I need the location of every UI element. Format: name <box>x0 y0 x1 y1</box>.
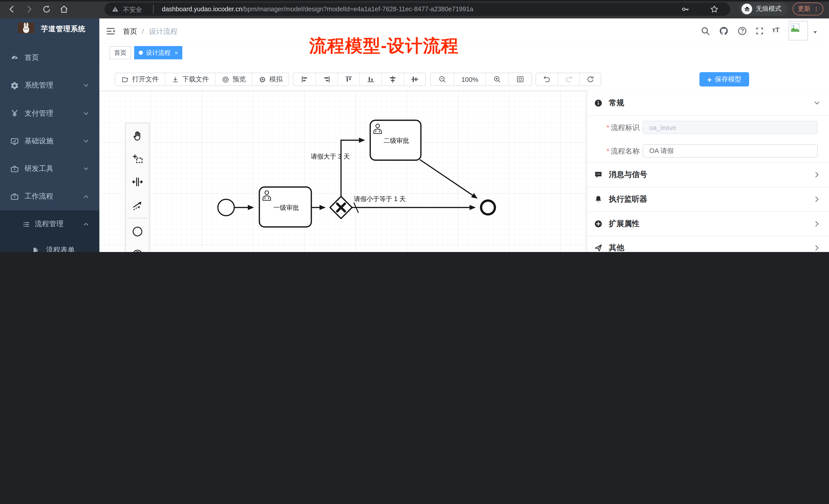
panel-divider <box>587 115 829 116</box>
panel-section-extensions[interactable]: 扩展属性 <box>587 211 829 236</box>
restart-button[interactable] <box>579 73 601 85</box>
breadcrumb-separator: / <box>142 27 144 35</box>
sidebar-collapse-icon[interactable] <box>106 26 116 36</box>
github-icon[interactable] <box>719 26 729 36</box>
properties-panel: 常规 *流程标识 *流程名称 消息与信号 执行监听器 扩展属性 <box>587 90 829 252</box>
avatar-caret-icon[interactable] <box>812 29 818 35</box>
sidebar-item-process-mgmt[interactable]: 流程管理 <box>0 210 99 238</box>
save-model-label: 保存模型 <box>715 75 742 84</box>
security-label: 不安全 <box>123 6 142 14</box>
bookmark-star-icon[interactable] <box>710 5 719 14</box>
chevron-up-icon <box>83 221 89 227</box>
sidebar-item-home[interactable]: 首页 <box>0 44 99 72</box>
align-right-button[interactable] <box>316 73 337 85</box>
redo-button[interactable] <box>557 73 579 85</box>
panel-section-general[interactable]: 常规 <box>587 90 829 115</box>
sidebar-item-infra[interactable]: 基础设施 <box>0 127 99 155</box>
sidebar-item-devtools[interactable]: 研发工具 <box>0 155 99 183</box>
download-file-button[interactable]: 下载文件 <box>165 73 215 85</box>
panel-section-messages[interactable]: 消息与信号 <box>587 162 829 187</box>
history-button-group <box>536 73 601 86</box>
send-icon <box>594 243 603 252</box>
end-event[interactable] <box>481 201 495 215</box>
required-asterisk: * <box>607 147 609 155</box>
panel-section-listeners[interactable]: 执行监听器 <box>587 187 829 211</box>
breadcrumb-home[interactable]: 首页 <box>123 27 137 36</box>
zoom-in-icon <box>493 75 501 83</box>
browser-menu-dots-icon[interactable] <box>813 5 820 12</box>
process-name-input[interactable] <box>643 144 818 158</box>
start-event[interactable] <box>218 199 234 216</box>
align-left-button[interactable] <box>293 73 316 85</box>
list-icon <box>23 220 30 228</box>
browser-forward-icon[interactable] <box>25 5 34 14</box>
dashboard-icon <box>10 53 19 62</box>
browser-reload-icon[interactable] <box>42 5 51 14</box>
update-button[interactable]: 更新 <box>793 3 823 15</box>
sidebar-item-system[interactable]: 系统管理 <box>0 72 99 99</box>
user-task-level2[interactable]: 二级审批 <box>370 120 421 160</box>
toolbox-icon <box>10 164 19 173</box>
flow-task2-to-end[interactable] <box>420 160 477 198</box>
flow-label-le1[interactable]: 请假小于等于 1 天 <box>354 195 406 202</box>
avatar[interactable] <box>789 21 808 40</box>
app-root: 不安全 dashboard.yudao.iocoder.cn/bpm/manag… <box>0 0 829 252</box>
align-top-button[interactable] <box>337 73 359 85</box>
incognito-label: 无痕模式 <box>756 5 781 13</box>
browser-home-icon[interactable] <box>60 5 69 14</box>
chevron-right-icon[interactable] <box>814 171 820 178</box>
chevron-right-icon[interactable] <box>814 220 820 227</box>
zoom-in-button[interactable] <box>485 73 508 85</box>
chevron-down-icon <box>83 166 89 172</box>
briefcase-icon <box>10 192 19 201</box>
exclusive-gateway[interactable] <box>330 196 352 219</box>
url-host: dashboard.yudao.iocoder.cn <box>162 6 242 13</box>
user-task-level1[interactable]: 一级审批 <box>259 187 311 227</box>
fullscreen-icon[interactable] <box>755 26 764 36</box>
undo-button[interactable] <box>536 73 557 85</box>
app-logo <box>18 23 34 33</box>
open-file-button[interactable]: 打开文件 <box>115 73 165 85</box>
url-path: /bpm/manager/model/design?modelId=e4a1a1… <box>242 6 473 13</box>
sidebar-item-process-form[interactable]: 流程表单 <box>0 237 99 252</box>
plus-icon: + <box>707 75 712 84</box>
sidebar-logo-row[interactable]: 芋道管理系统 <box>0 18 99 45</box>
sidebar-item-label: 基础设施 <box>25 137 53 146</box>
sidebar-item-workflow[interactable]: 工作流程 <box>0 183 99 210</box>
flow-gateway-to-task2[interactable] <box>341 140 364 196</box>
align-bottom-button[interactable] <box>359 73 382 85</box>
simulate-button[interactable]: 模拟 <box>252 73 289 85</box>
chevron-down-icon[interactable] <box>814 100 820 106</box>
yen-icon <box>10 109 19 118</box>
chevron-right-icon[interactable] <box>814 244 820 251</box>
zoom-level[interactable]: 100% <box>454 73 485 85</box>
font-size-icon[interactable]: тT <box>772 26 780 34</box>
chevron-right-icon[interactable] <box>814 196 820 202</box>
simulate-label: 模拟 <box>269 75 283 84</box>
sidebar-item-pay[interactable]: 支付管理 <box>0 99 99 127</box>
preview-button[interactable]: 预览 <box>215 73 252 85</box>
zoom-out-button[interactable] <box>431 73 454 85</box>
close-icon[interactable]: × <box>175 50 178 55</box>
section-label: 扩展属性 <box>609 219 640 228</box>
search-icon[interactable] <box>700 26 710 36</box>
tab-design-process[interactable]: 设计流程 × <box>134 46 183 60</box>
gear-icon <box>10 81 19 90</box>
key-icon[interactable] <box>681 5 690 14</box>
zoom-reset-button[interactable] <box>508 73 532 85</box>
panel-section-other[interactable]: 其他 <box>587 236 829 252</box>
tab-home[interactable]: 首页 <box>110 46 131 60</box>
browser-back-icon[interactable] <box>7 5 16 14</box>
align-center-vertical-button[interactable] <box>382 73 403 85</box>
url-text[interactable]: dashboard.yudao.iocoder.cn/bpm/manager/m… <box>162 6 473 13</box>
breadcrumb-current: 设计流程 <box>149 27 178 36</box>
flow-label-gt3[interactable]: 请假大于 3 天 <box>311 153 350 160</box>
sidebar-item-label: 研发工具 <box>25 164 53 173</box>
zoom-level-label: 100% <box>461 75 478 83</box>
align-center-horizontal-button[interactable] <box>403 73 426 85</box>
help-icon[interactable] <box>737 26 747 36</box>
address-bar[interactable]: 不安全 dashboard.yudao.iocoder.cn/bpm/manag… <box>104 3 730 16</box>
zoom-button-group: 100% <box>430 73 532 86</box>
process-key-input[interactable] <box>643 121 818 134</box>
save-model-button[interactable]: + 保存模型 <box>699 72 749 86</box>
